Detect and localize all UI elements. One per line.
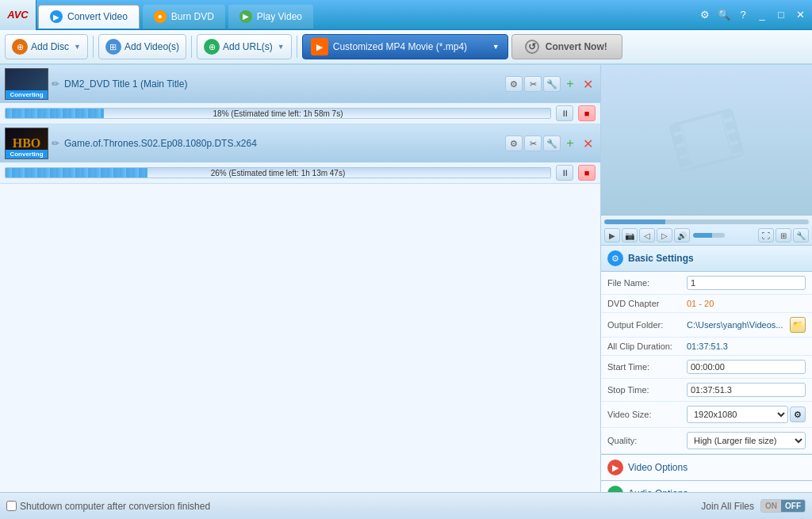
- input-filename[interactable]: [687, 276, 806, 290]
- video-item-1: Converting ✏ DM2_DVD Title 1 (Main Title…: [0, 65, 600, 124]
- video-list: Converting ✏ DM2_DVD Title 1 (Main Title…: [0, 65, 601, 492]
- join-files-label: Join All Files: [701, 501, 754, 512]
- properties-btn-2[interactable]: 🔧: [543, 135, 561, 151]
- stop-btn-2[interactable]: ■: [578, 165, 596, 181]
- cut-btn-2[interactable]: ✂: [524, 135, 542, 151]
- play-video-icon: ▶: [239, 10, 252, 23]
- pause-btn-2[interactable]: ⏸: [556, 165, 573, 181]
- stop-btn-1[interactable]: ■: [578, 105, 596, 121]
- grid-btn[interactable]: ⊞: [776, 228, 791, 242]
- audio-options-section[interactable]: ♪ Audio Options: [601, 480, 812, 492]
- player-controls: ▶ 📷 ◁ ▷ 🔊 ⛶ ⊞ 🔧: [601, 216, 812, 246]
- join-on[interactable]: ON: [761, 500, 781, 512]
- settings-btn-1[interactable]: ⚙: [505, 76, 523, 92]
- add-video-button[interactable]: ⊞ Add Video(s): [98, 34, 186, 59]
- shutdown-label: Shutdown computer after conversion finis…: [20, 501, 210, 512]
- right-panel: ▶ 📷 ◁ ▷ 🔊 ⛶ ⊞ 🔧 ⚙ Basic Settings File Na…: [601, 65, 812, 492]
- video-thumb-2: HBO Converting: [5, 128, 48, 159]
- settings-row-quality: Quality: High (Larger file size) Medium …: [601, 428, 812, 454]
- video-options-section[interactable]: ▶ Video Options: [601, 454, 812, 480]
- pause-btn-1[interactable]: ⏸: [556, 105, 573, 121]
- browse-folder-btn[interactable]: 📁: [790, 317, 806, 333]
- select-quality[interactable]: High (Larger file size) Medium Low: [687, 432, 806, 449]
- seek-bar[interactable]: [604, 219, 809, 224]
- play-btn[interactable]: ▶: [604, 228, 620, 242]
- add-url-button[interactable]: ⊕ Add URL(s) ▼: [197, 34, 292, 59]
- shutdown-checkbox[interactable]: [6, 501, 17, 511]
- videosize-settings-btn[interactable]: ⚙: [790, 406, 806, 422]
- add-disc-button[interactable]: ⊕ Add Disc ▼: [5, 34, 88, 59]
- close-btn[interactable]: ✕: [791, 6, 809, 24]
- value-duration: 01:37:51.3: [687, 342, 806, 351]
- maximize-btn[interactable]: □: [772, 6, 790, 24]
- video-actions-2: ⚙ ✂ 🔧 + ✕: [505, 135, 596, 151]
- svg-rect-8: [731, 143, 742, 154]
- add-btn-1[interactable]: +: [562, 76, 578, 92]
- volume-icon[interactable]: 🔊: [674, 228, 690, 242]
- format-select-button[interactable]: ▶ Customized MP4 Movie (*.mp4) ▼: [302, 34, 508, 59]
- prev-frame-btn[interactable]: ◁: [639, 228, 655, 242]
- settings-row-duration: All Clip Duration: 01:37:51.3: [601, 338, 812, 356]
- video-title-2[interactable]: Game.of.Thrones.S02.Ep08.1080p.DTS.x264: [64, 138, 502, 149]
- input-starttime[interactable]: [687, 360, 806, 374]
- divider-1: [93, 36, 94, 58]
- progress-container-2: 26% (Estimated time left: 1h 13m 47s): [5, 167, 551, 178]
- screenshot-btn[interactable]: 📷: [622, 228, 638, 242]
- add-video-icon: ⊞: [105, 39, 121, 55]
- settings-row-output: Output Folder: C:\Users\yangh\Videos... …: [601, 313, 812, 338]
- progress-row-2: 26% (Estimated time left: 1h 13m 47s) ⏸ …: [0, 162, 600, 183]
- video-actions-1: ⚙ ✂ 🔧 + ✕: [505, 76, 596, 92]
- join-toggle[interactable]: ON OFF: [760, 499, 806, 513]
- fullscreen-btn[interactable]: ⛶: [758, 228, 774, 242]
- input-stoptime[interactable]: [687, 383, 806, 397]
- tab-play-video[interactable]: ▶ Play Video: [228, 5, 313, 29]
- progress-container-1: 18% (Estimated time left: 1h 58m 7s): [5, 108, 551, 119]
- add-btn-2[interactable]: +: [562, 135, 578, 151]
- tab-convert-video[interactable]: ▶ Convert Video: [38, 5, 140, 29]
- video-options-label: Video Options: [628, 462, 688, 473]
- next-frame-btn[interactable]: ▷: [657, 228, 672, 242]
- divider-2: [191, 36, 192, 58]
- video-item-2: HBO Converting ✏ Game.of.Thrones.S02.Ep0…: [0, 124, 600, 184]
- video-title-1[interactable]: DM2_DVD Title 1 (Main Title): [64, 78, 502, 90]
- progress-text-1: 18% (Estimated time left: 1h 58m 7s): [213, 109, 343, 118]
- convert-now-button[interactable]: ↺ Convert Now!: [511, 34, 622, 59]
- settings-row-starttime: Start Time:: [601, 356, 812, 379]
- burn-dvd-icon: ●: [154, 10, 167, 23]
- audio-options-icon: ♪: [607, 486, 623, 492]
- remove-btn-1[interactable]: ✕: [580, 76, 596, 92]
- label-stoptime: Stop Time:: [607, 385, 687, 395]
- video-options-icon: ▶: [607, 460, 623, 475]
- settings-btn-2[interactable]: ⚙: [505, 135, 523, 151]
- remove-btn-2[interactable]: ✕: [580, 135, 596, 151]
- svg-rect-6: [725, 120, 736, 131]
- film-strip-icon: [659, 101, 754, 180]
- select-videosize[interactable]: 1920x1080 1280x720 854x480: [687, 406, 788, 423]
- edit-icon-1: ✏: [52, 78, 59, 90]
- tools-btn[interactable]: 🔧: [793, 228, 809, 242]
- tab-burn-dvd[interactable]: ● Burn DVD: [143, 5, 225, 29]
- join-off[interactable]: OFF: [781, 500, 805, 512]
- add-url-icon: ⊕: [204, 39, 220, 55]
- format-icon: ▶: [311, 38, 328, 55]
- divider-3: [297, 36, 297, 58]
- convert-video-icon: ▶: [50, 10, 63, 23]
- label-filename: File Name:: [607, 278, 687, 288]
- title-bar: AVC ▶ Convert Video ● Burn DVD ▶ Play Vi…: [0, 0, 812, 30]
- search-icon-btn[interactable]: 🔍: [715, 6, 733, 24]
- minimize-btn[interactable]: _: [753, 6, 771, 24]
- label-duration: All Clip Duration:: [607, 342, 687, 351]
- help-btn[interactable]: ?: [734, 6, 752, 24]
- properties-btn-1[interactable]: 🔧: [543, 76, 561, 92]
- label-output: Output Folder:: [607, 320, 687, 330]
- progress-row-1: 18% (Estimated time left: 1h 58m 7s) ⏸ ■: [0, 103, 600, 124]
- cut-btn-1[interactable]: ✂: [524, 76, 542, 92]
- volume-slider[interactable]: [693, 233, 725, 238]
- add-disc-icon: ⊕: [12, 39, 28, 55]
- add-disc-arrow: ▼: [74, 43, 81, 51]
- progress-text-2: 26% (Estimated time left: 1h 13m 47s): [211, 169, 346, 177]
- thumb-label-1: Converting: [6, 90, 48, 99]
- edit-icon-2: ✏: [52, 138, 59, 149]
- format-arrow: ▼: [492, 43, 500, 51]
- settings-icon-btn[interactable]: ⚙: [696, 6, 714, 24]
